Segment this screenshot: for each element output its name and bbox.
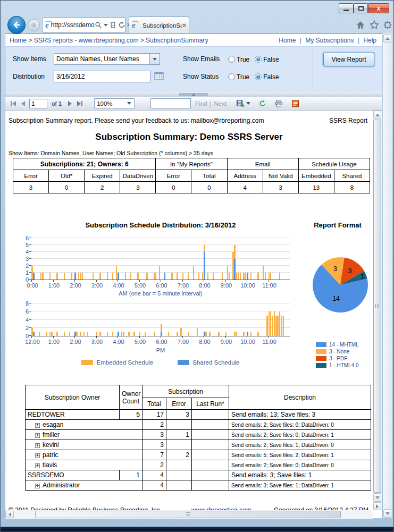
radio-false[interactable] (255, 56, 262, 63)
vscroll-thumb[interactable] (373, 120, 381, 493)
expand-icon[interactable]: + (35, 433, 40, 438)
browser-tab[interactable]: e SubscriptionSummary - Re... × (129, 16, 189, 33)
bar-embedded (80, 273, 81, 280)
close-button[interactable]: x (368, 3, 389, 13)
zoom-select[interactable]: 100% (94, 98, 135, 108)
chevron-down-icon (153, 58, 157, 61)
report-vscrollbar[interactable] (373, 111, 382, 510)
link-separator: | (354, 37, 364, 44)
x-tick (31, 336, 32, 338)
close-icon: x (376, 5, 380, 12)
hscroll-thumb[interactable] (35, 511, 341, 518)
print-button[interactable] (274, 99, 283, 108)
refresh-icon[interactable] (118, 21, 125, 29)
export-save-button[interactable] (236, 99, 250, 108)
bar-embedded (121, 332, 123, 336)
data-feed-button[interactable] (291, 99, 300, 108)
total-header: Total (142, 398, 166, 410)
owner-child-row: +fmiller31Send emails: 2; Save files: 0;… (26, 430, 371, 440)
subscription-group-header: Subscription (142, 385, 229, 398)
search-icon[interactable] (95, 21, 102, 29)
page-scroll-up-button[interactable] (383, 34, 391, 43)
y-tick (29, 319, 31, 320)
bar-embedded (205, 332, 207, 336)
bar-embedded (272, 316, 273, 336)
page-scroll-down-button[interactable] (383, 509, 391, 518)
feedback-line: Subscription Summary report. Please send… (9, 117, 264, 124)
view-report-button[interactable]: View Report (323, 53, 374, 66)
zoom-dropdown-icon[interactable] (124, 99, 134, 108)
radio-true[interactable] (228, 73, 235, 80)
bar-embedded (238, 273, 239, 280)
tab-close-icon[interactable]: × (182, 22, 186, 29)
shared-swatch (178, 360, 189, 365)
find-input[interactable] (150, 98, 191, 108)
ie-logo-icon: e (45, 21, 49, 29)
favorites-star-icon[interactable] (370, 20, 379, 30)
page-vscrollbar[interactable] (383, 33, 392, 518)
x-tick-label: 4:00 (108, 282, 129, 289)
error-cell: 2 (166, 450, 192, 460)
compatibility-view-icon[interactable] (110, 21, 116, 29)
calendar-icon[interactable] (154, 71, 164, 82)
parameters-splitter[interactable] (5, 92, 382, 97)
minimize-button[interactable] (339, 3, 354, 13)
find-button[interactable]: Find (195, 100, 207, 107)
dropdown-button[interactable] (149, 54, 160, 64)
total-cell: 2 (142, 460, 166, 470)
portal-link-help[interactable]: Help (363, 37, 376, 44)
search-dropdown-icon[interactable] (104, 24, 108, 27)
bar-embedded (56, 332, 58, 336)
page-number-input[interactable] (29, 99, 47, 108)
show-items-dropdown[interactable]: Domain Names, User Names (54, 53, 160, 65)
last_run-cell (192, 470, 229, 480)
last-page-button[interactable] (77, 101, 82, 106)
bar-embedded (274, 311, 275, 336)
thumb-grip (375, 304, 380, 308)
scroll-up-button[interactable] (373, 111, 381, 119)
x-tick (53, 336, 54, 338)
url-text[interactable]: http://ssrsdemo (51, 21, 95, 29)
bar-embedded (240, 273, 241, 280)
radio-true[interactable] (228, 56, 235, 63)
expand-icon[interactable]: + (35, 453, 40, 458)
first-page-button[interactable] (11, 101, 16, 106)
expand-icon[interactable]: + (35, 463, 40, 468)
portal-link-my-subscriptions[interactable]: My Subscriptions (305, 37, 354, 44)
x-tick (139, 280, 140, 282)
gridline (31, 258, 290, 259)
portal-link-home[interactable]: Home (279, 37, 296, 44)
report-hscrollbar[interactable] (5, 510, 373, 519)
maximize-button[interactable] (354, 3, 368, 13)
next-page-button[interactable] (68, 101, 72, 106)
bar-shared (74, 332, 76, 336)
breadcrumb[interactable]: Home > SSRS reports - www.rbreporting.co… (10, 37, 208, 44)
bar-embedded (229, 273, 230, 280)
summary-value-cell: 0 (156, 182, 191, 193)
expand-icon[interactable]: + (35, 423, 40, 428)
distribution-input[interactable]: 3/16/2012 (54, 71, 150, 82)
scroll-down-button[interactable] (373, 493, 381, 502)
error-cell: 1 (166, 430, 192, 440)
home-icon[interactable] (356, 20, 365, 30)
next-match-button[interactable]: Next (214, 100, 227, 107)
expand-icon[interactable]: + (35, 443, 40, 448)
hscroll-right-button[interactable] (373, 502, 381, 510)
radio-false[interactable] (255, 73, 262, 80)
splitter-handle[interactable] (179, 93, 208, 96)
owner-child-row: +Administrator4Send emails: 3; Save file… (26, 480, 371, 491)
settings-gear-icon[interactable] (383, 20, 392, 30)
hscroll-left-button[interactable] (5, 511, 14, 518)
back-button[interactable] (7, 16, 26, 34)
bar-embedded (250, 273, 252, 280)
prev-page-button[interactable] (21, 101, 25, 106)
forward-button[interactable] (28, 19, 40, 31)
pie-legend-item: 14 - MHTML (316, 341, 359, 348)
address-bar[interactable]: e http://ssrsdemo × (42, 18, 125, 32)
summary-column-header-row: ErrorOld*ExpiredDataDrivenErrorTotalAddr… (13, 170, 370, 182)
refresh-report-button[interactable] (258, 99, 267, 108)
summary-value-cell: 3 (120, 182, 156, 193)
gridline (31, 251, 290, 252)
bar-embedded (188, 273, 189, 280)
expand-icon[interactable]: + (35, 484, 40, 488)
